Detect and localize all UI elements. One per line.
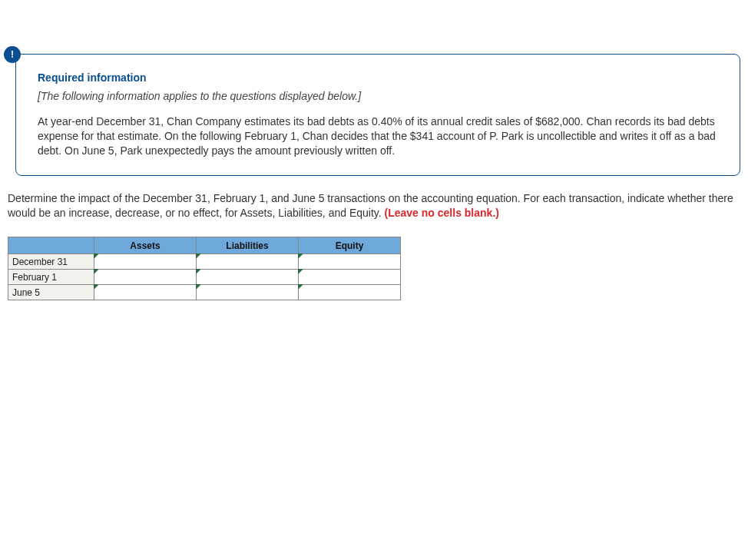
input-feb1-equity[interactable] [299,270,401,285]
dropdown-marker-icon [298,269,303,274]
table-header-row: Assets Liabilities Equity [8,237,401,254]
dropdown-marker-icon [94,269,99,274]
input-dec31-equity[interactable] [299,254,401,270]
info-body: At year-end December 31, Chan Company es… [38,114,718,158]
col-header-assets: Assets [94,237,197,254]
info-heading: Required information [38,71,718,84]
row-label-dec31: December 31 [8,254,94,270]
table-row: June 5 [8,285,401,300]
col-header-equity: Equity [299,237,401,254]
dropdown-marker-icon [298,253,303,259]
input-feb1-assets[interactable] [94,270,197,285]
accounting-equation-table: Assets Liabilities Equity December 31 Fe… [8,237,401,300]
col-header-liabilities: Liabilities [197,237,299,254]
dropdown-marker-icon [94,253,99,259]
alert-icon: ! [4,46,21,63]
required-info-box: Required information [The following info… [15,54,740,176]
dropdown-marker-icon [196,284,201,290]
dropdown-marker-icon [94,284,99,290]
question-prompt: Determine the impact of the December 31,… [8,191,740,220]
dropdown-marker-icon [196,253,201,259]
dropdown-marker-icon [298,284,303,290]
row-label-jun5: June 5 [8,285,94,300]
input-jun5-liabilities[interactable] [197,285,299,300]
info-subtitle: [The following information applies to th… [38,90,718,102]
table-corner-cell [8,237,94,254]
table-row: December 31 [8,254,401,270]
row-label-feb1: February 1 [8,270,94,285]
input-feb1-liabilities[interactable] [197,270,299,285]
input-dec31-liabilities[interactable] [197,254,299,270]
input-dec31-assets[interactable] [94,254,197,270]
question-main-text: Determine the impact of the December 31,… [8,192,733,219]
question-emphasis: (Leave no cells blank.) [385,207,499,219]
input-jun5-equity[interactable] [299,285,401,300]
input-jun5-assets[interactable] [94,285,197,300]
required-info-container: ! Required information [The following in… [8,54,740,176]
dropdown-marker-icon [196,269,201,274]
table-row: February 1 [8,270,401,285]
